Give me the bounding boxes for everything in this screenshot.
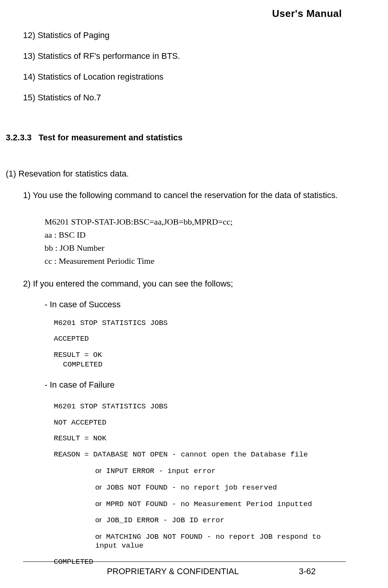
reason-text: INPUT ERROR - input error (102, 467, 216, 475)
output-line: or JOBS NOT FOUND - no report job reserv… (54, 483, 346, 492)
or-text: or (95, 466, 102, 475)
list-item: 14) Statistics of Location registrations (0, 72, 346, 82)
output-line: or INPUT ERROR - input error (54, 466, 346, 476)
reason-text: JOB_ID ERROR - JOB ID error (102, 516, 224, 525)
step-text: 2) If you entered the command, you can s… (0, 279, 346, 289)
or-text: or (95, 500, 102, 508)
command-param: cc : Measurement Periodic Time (45, 255, 346, 267)
case-failure-label: - In case of Failure (0, 380, 346, 390)
list-item: 12) Statistics of Paging (0, 30, 346, 40)
command-block: M6201 STOP-STAT-JOB:BSC=aa,JOB=bb,MPRD=c… (0, 216, 346, 267)
section-title: Test for measurement and statistics (38, 133, 182, 142)
output-line: ACCEPTED (54, 335, 346, 343)
subsection-title: (1) Resevation for statistics data. (0, 169, 346, 179)
page-content: 12) Statistics of Paging 13) Statistics … (0, 30, 346, 566)
header-title: User's Manual (0, 8, 346, 20)
reason-text: JOBS NOT FOUND - no report job reserved (102, 483, 277, 492)
output-line: RESULT = NOK (54, 434, 346, 443)
case-success-label: - In case of Success (0, 300, 346, 310)
section-number: 3.2.3.3 (6, 133, 32, 143)
output-line: M6201 STOP STATISTICS JOBS (54, 319, 346, 328)
output-line: REASON = DATABASE NOT OPEN - cannot open… (54, 450, 346, 459)
footer-label: PROPRIETARY & CONFIDENTIAL (107, 566, 239, 576)
page-footer: PROPRIETARY & CONFIDENTIAL 3-62 (0, 561, 388, 576)
footer-divider (23, 561, 346, 562)
failure-output: M6201 STOP STATISTICS JOBS NOT ACCEPTED … (0, 402, 346, 566)
reason-text: DATABASE NOT OPEN - cannot open the Data… (93, 450, 308, 459)
success-output: M6201 STOP STATISTICS JOBS ACCEPTED RESU… (0, 319, 346, 369)
step-text: 1) You use the following command to canc… (0, 190, 346, 200)
reason-prefix: REASON = (54, 450, 93, 459)
command-line: M6201 STOP-STAT-JOB:BSC=aa,JOB=bb,MPRD=c… (45, 216, 346, 228)
or-text: or (95, 532, 102, 540)
output-line: or MPRD NOT FOUND - no Measurement Perio… (54, 500, 346, 509)
output-line: COMPLETED (54, 360, 346, 369)
command-param: bb : JOB Number (45, 242, 346, 254)
or-text: or (95, 516, 102, 524)
output-line: RESULT = OK (54, 351, 346, 360)
output-line: or JOB_ID ERROR - JOB ID error (54, 516, 346, 525)
output-line: or MATCHING JOB NOT FOUND - no report JO… (54, 532, 346, 550)
reason-text: MPRD NOT FOUND - no Measurement Period i… (102, 500, 312, 508)
output-line: M6201 STOP STATISTICS JOBS (54, 402, 346, 411)
list-item: 13) Statistics of RF's performance in BT… (0, 51, 346, 61)
page-number: 3-62 (299, 566, 316, 576)
command-param: aa : BSC ID (45, 229, 346, 241)
output-line: NOT ACCEPTED (54, 418, 346, 427)
footer-text: PROPRIETARY & CONFIDENTIAL 3-62 (23, 566, 346, 576)
list-item: 15) Statistics of No.7 (0, 93, 346, 103)
reason-text: MATCHING JOB NOT FOUND - no report JOB r… (95, 533, 321, 550)
or-text: or (95, 483, 102, 491)
section-heading: 3.2.3.3Test for measurement and statisti… (0, 133, 346, 143)
